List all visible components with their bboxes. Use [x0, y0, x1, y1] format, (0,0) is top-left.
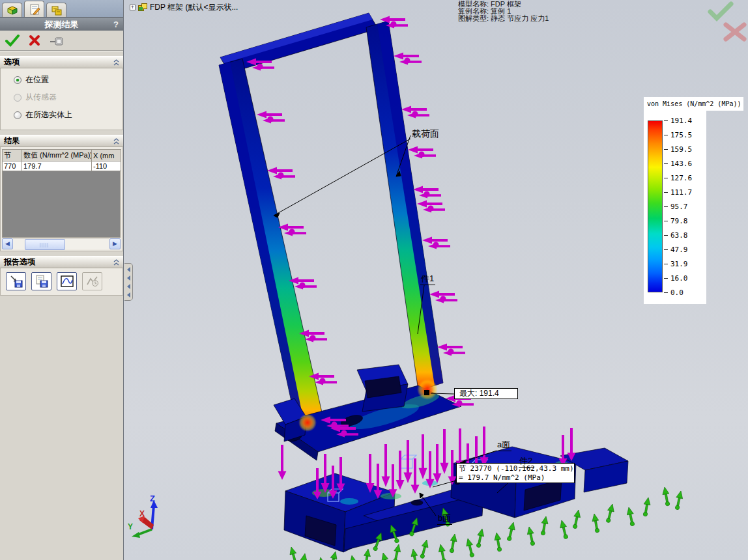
- report-options-group: 报告选项: [0, 256, 123, 296]
- legend-tick: 111.7: [664, 188, 692, 196]
- scroll-right-button[interactable]: ▶: [109, 238, 121, 249]
- panel-collapse-tab[interactable]: [124, 263, 133, 301]
- configuration-tab-icon: [51, 5, 63, 16]
- annotation-part2: 件2: [519, 455, 534, 468]
- legend-tick: 31.9: [664, 260, 688, 268]
- assembly-icon: [138, 3, 147, 12]
- max-stress-callout: 最大: 191.4: [454, 388, 518, 399]
- ok-check-icon[interactable]: [5, 34, 20, 47]
- plot-graph-icon: [60, 275, 74, 288]
- results-horizontal-scrollbar[interactable]: ◀ ▶: [2, 238, 121, 249]
- scroll-track[interactable]: [13, 238, 109, 249]
- annotation-part1: 件1: [420, 273, 435, 285]
- configuration-tab[interactable]: [46, 3, 66, 17]
- legend-tick: 16.0: [664, 274, 688, 282]
- annotation-face-a: a面: [496, 439, 511, 451]
- confirm-cancel-icon[interactable]: [726, 25, 744, 39]
- triad-y-label: Y: [128, 522, 133, 531]
- col-node[interactable]: 节: [3, 150, 22, 161]
- model-tree-tab[interactable]: [2, 3, 22, 17]
- radio-from-sensors[interactable]: 从传感器: [14, 92, 120, 103]
- radio-on-selected-entities[interactable]: 在所选实体上: [14, 109, 120, 120]
- plot-info-text: 模型名称: FDP 框架算例名称: 算例 1图解类型: 静态 节应力 应力1: [458, 1, 549, 22]
- collapse-chevron-icon: [113, 59, 119, 66]
- scroll-left-button[interactable]: ◀: [2, 238, 13, 249]
- col-value[interactable]: 数值 (N/mm^2 (MPa)): [22, 150, 92, 161]
- legend-tick: 143.6: [664, 160, 692, 167]
- legend-color-bar: [648, 120, 663, 292]
- probe-result-callout: 节 23770 (-110,162,43.3 mm)= 179.7 N/mm^2…: [456, 463, 575, 483]
- panel-title-bar: 探测结果 ?: [0, 17, 123, 31]
- results-group-header[interactable]: 结果: [0, 135, 123, 147]
- table-row[interactable]: 770 179.7 -110: [3, 161, 121, 171]
- legend-tick: 127.6: [664, 174, 692, 182]
- cancel-x-icon[interactable]: [29, 35, 40, 46]
- plot-history-button[interactable]: [82, 272, 102, 290]
- plot-history-icon: [85, 275, 100, 288]
- legend-tick: 63.8: [664, 231, 688, 239]
- stress-legend: 191.4175.5159.5143.6127.6111.795.779.863…: [644, 111, 706, 304]
- legend-tick: 175.5: [664, 131, 692, 139]
- legend-tick: 79.8: [664, 217, 688, 225]
- radio-button[interactable]: [14, 76, 22, 84]
- property-manager-tab-icon: [29, 4, 40, 15]
- legend-tick: 159.5: [664, 145, 692, 153]
- panel-actions: [0, 31, 123, 51]
- collapse-chevron-icon: [113, 138, 119, 145]
- save-as-sensor-button[interactable]: [31, 272, 51, 290]
- radio-button[interactable]: [14, 111, 22, 119]
- legend-tick: 191.4: [664, 117, 692, 124]
- options-group: 选项 在位置 从传感器 在所选实体上: [0, 56, 123, 130]
- tree-expand-toggle[interactable]: +: [130, 5, 136, 10]
- results-group: 结果 节 数值 (N/mm^2 (MPa)) X (mm 770 179.7 -…: [0, 135, 123, 251]
- triad-z-label: Z: [150, 494, 155, 503]
- model-tree-tab-icon: [7, 5, 18, 16]
- plot-graph-button[interactable]: [57, 272, 77, 290]
- col-x[interactable]: X (mm: [92, 150, 121, 161]
- save-probe-button[interactable]: [6, 272, 26, 290]
- legend-title: von Mises (N/mm^2 (MPa)): [644, 97, 743, 111]
- collapse-chevron-icon: [113, 259, 119, 266]
- legend-tick: 47.9: [664, 245, 688, 253]
- property-manager-tab[interactable]: [24, 1, 44, 17]
- results-table[interactable]: 节 数值 (N/mm^2 (MPa)) X (mm 770 179.7 -110: [2, 149, 121, 171]
- annotation-load-face: 载荷面: [412, 128, 439, 140]
- radio-at-location[interactable]: 在位置: [14, 74, 120, 85]
- help-button[interactable]: ?: [113, 18, 119, 31]
- report-options-header[interactable]: 报告选项: [0, 256, 123, 268]
- orientation-triad: Z X Y: [128, 494, 158, 538]
- confirm-ok-icon[interactable]: [710, 4, 731, 18]
- save-as-sensor-icon: [35, 275, 49, 288]
- pin-icon[interactable]: [50, 35, 66, 46]
- panel-title: 探测结果: [45, 20, 79, 29]
- save-probe-icon: [9, 275, 23, 288]
- property-manager-panel: 探测结果 ? 选项 在位置 从: [0, 0, 124, 560]
- scroll-thumb[interactable]: [25, 239, 65, 250]
- legend-tick: 0.0: [664, 288, 683, 296]
- options-group-header[interactable]: 选项: [0, 56, 123, 68]
- triad-x-label: X: [139, 509, 145, 518]
- annotation-face-b: b面: [437, 512, 452, 525]
- tree-item-label: FDP 框架 (默认<显示状...: [150, 2, 238, 13]
- radio-button[interactable]: [14, 94, 22, 102]
- manager-tab-strip: [0, 0, 123, 17]
- confirmation-corner: [710, 4, 744, 39]
- results-empty-area: [2, 171, 121, 238]
- legend-tick: 95.7: [664, 203, 688, 210]
- feature-tree-item[interactable]: + FDP 框架 (默认<显示状...: [130, 2, 238, 13]
